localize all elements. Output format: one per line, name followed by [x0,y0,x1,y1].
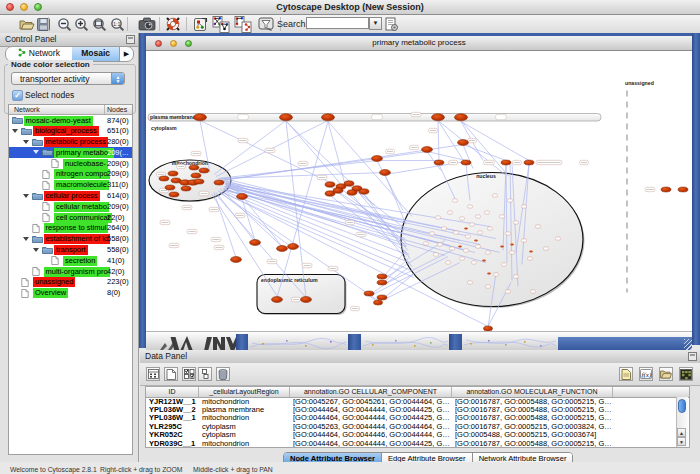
tree-row[interactable]: unassigned223(0) [9,277,132,288]
table-row[interactable]: YJR121W__1mitochondrion[GO:0045267, GO:0… [146,398,689,406]
network-node[interactable] [464,227,468,229]
network-node[interactable] [194,179,204,184]
search-dropdown-button[interactable]: ▼ [369,17,382,30]
network-node[interactable] [377,280,387,285]
tree-col-nodes[interactable]: Nodes [107,105,127,114]
network-node[interactable] [194,113,207,120]
tree-expand-arrow-icon[interactable] [23,140,29,144]
network-node[interactable] [374,300,383,305]
network-frame-left-border[interactable] [139,33,146,348]
zoom-fit-icon[interactable]: 1:1 [108,15,126,33]
network-node[interactable] [364,291,374,296]
tree-row[interactable]: cellular process614(0) [9,191,132,202]
table-column-header[interactable]: _cellularLayoutRegion [199,387,290,397]
duplicate-network-icon[interactable] [212,15,230,33]
select-nodes-checkbox[interactable]: ✓ [12,90,23,101]
float-data-panel-icon[interactable] [688,352,697,361]
tree-row[interactable]: nucleobase-209(0) [9,158,132,169]
network-edge[interactable] [277,121,328,297]
network-node[interactable] [458,139,469,145]
network-node[interactable] [474,239,478,241]
minimize-button[interactable] [20,3,28,11]
network-node[interactable] [322,113,335,120]
network-node[interactable] [277,245,288,251]
network-node[interactable] [422,146,433,152]
network-node[interactable] [661,187,671,192]
network-node[interactable] [678,187,688,192]
tree-row[interactable]: cell communicat22(0) [9,212,132,223]
network-node[interactable] [199,168,209,173]
network-node[interactable] [377,295,387,300]
network-node[interactable] [501,160,511,165]
zoom-in-icon[interactable] [72,15,90,33]
network-canvas[interactable]: plasma membranecytoplasmmitochondrionnuc… [146,51,692,332]
tree-expand-arrow-icon[interactable] [12,129,18,133]
tree-row[interactable]: primary metabo209(... [9,147,132,158]
tree-row-label[interactable]: establishment of lo [44,234,111,244]
tree-row[interactable]: establishment of lo558(0) [9,234,132,245]
network-node[interactable] [529,250,533,252]
network-node[interactable] [165,185,175,190]
zoom-region-icon[interactable] [90,15,108,33]
network-node[interactable] [500,245,504,247]
tree-row[interactable]: biological_process651(0) [9,126,132,137]
attribute-select-grid-icon[interactable] [146,367,160,381]
float-panel-icon[interactable] [126,35,135,44]
zoom-button[interactable] [34,3,42,11]
network-node[interactable] [181,186,191,191]
network-edge[interactable] [349,185,405,228]
network-node[interactable] [434,160,444,165]
table-row[interactable]: YKR052Ccytoplasm[GO:0044464, GO:0044446,… [146,431,689,439]
tab-overflow-arrow[interactable]: ▶ [119,47,133,61]
scroll-down-arrow[interactable]: ▼ [677,437,686,446]
save-floppy-icon[interactable] [34,15,52,33]
tree-expand-arrow-icon[interactable] [23,237,29,241]
network-node[interactable] [237,193,248,199]
tree-row-label[interactable]: cellular metabo [54,202,109,212]
network-node[interactable] [432,113,445,120]
tree-row-label[interactable]: cellular process [44,191,100,201]
tree-row-label[interactable]: primary metabo [54,148,114,158]
tree-row-label[interactable]: response to stimul [44,223,109,233]
network-node[interactable] [487,272,491,274]
network-node[interactable] [159,176,169,181]
vizmapper-icon[interactable] [257,15,275,33]
destroy-network-icon[interactable] [234,15,252,33]
network-node[interactable] [325,181,335,187]
tree-row[interactable]: Overview8(0) [9,288,132,299]
network-node[interactable] [214,180,224,185]
tree-row[interactable]: metabolic process280(0) [9,137,132,148]
table-row[interactable]: YDR039C__1mitochondrion[GO:0044464, GO:0… [146,440,689,448]
network-edge[interactable] [214,120,286,174]
network-node[interactable] [191,173,201,178]
open-attr-folder-icon[interactable] [659,367,673,381]
network-frame-titlebar[interactable]: primary metabolic process [146,36,692,51]
select-attributes-check-icon[interactable] [182,367,196,381]
tree-row[interactable]: secretion41(0) [9,255,132,266]
network-node[interactable] [458,245,462,247]
network-node[interactable] [168,171,178,176]
table-column-header[interactable]: annotation.GO MOLECULAR_FUNCTION [452,387,613,397]
scrollbar-thumb[interactable] [678,399,686,413]
network-node[interactable] [288,243,299,249]
network-node[interactable] [380,169,391,175]
table-row[interactable]: YPL036W__1mitochondrion[GO:0044464, GO:0… [146,414,689,422]
new-attribute-doc-icon[interactable] [164,367,178,381]
network-node[interactable] [169,192,179,197]
table-column-header[interactable]: annotation.GO CELLULAR_COMPONENT [290,387,452,397]
table-row[interactable]: YLR295Ccytoplasm[GO:0045263, GO:0044444,… [146,423,689,431]
tree-row-label[interactable]: transport [54,245,88,255]
network-node[interactable] [484,326,493,331]
network-manager-icon[interactable] [191,15,209,33]
network-node[interactable] [231,256,242,262]
tree-row[interactable]: macromolecule311(0) [9,180,132,191]
tree-col-network[interactable]: Network [14,105,40,114]
resize-grip-icon[interactable] [684,339,692,350]
tree-row[interactable]: nitrogen compo209(0) [9,169,132,180]
tree-row[interactable]: response to stimul264(0) [9,223,132,234]
import-attributes-doc-icon[interactable] [619,367,633,381]
delete-attribute-trash-icon[interactable] [216,367,230,381]
network-node[interactable] [359,188,369,194]
unselect-attributes-icon[interactable] [198,367,212,381]
tree-row-label[interactable]: nitrogen compo [54,169,110,179]
